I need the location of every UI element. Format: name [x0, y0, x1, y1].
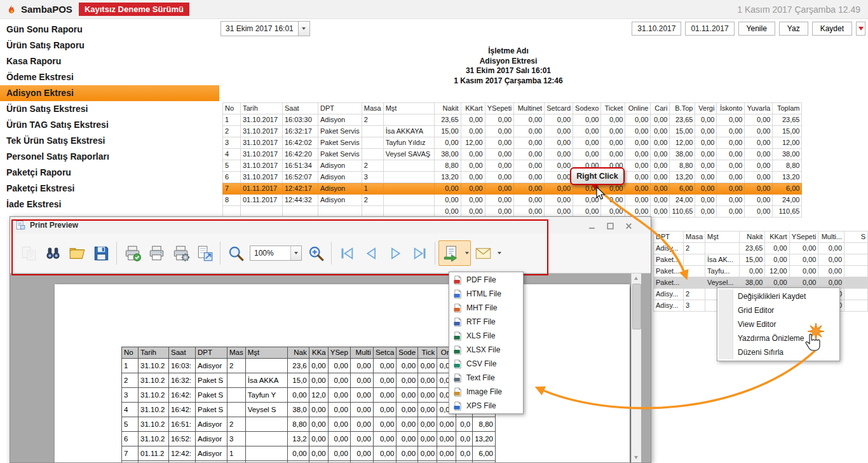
column-header[interactable]: Multinet: [514, 103, 545, 114]
export-menu-item[interactable]: RTF File: [450, 315, 522, 329]
table-cell[interactable]: 0,00: [514, 137, 545, 149]
export-menu-item[interactable]: XPS File: [450, 399, 522, 413]
table-cell[interactable]: 0,00: [514, 172, 545, 183]
column-header[interactable]: Tarih: [241, 103, 283, 114]
table-cell[interactable]: 0,00: [601, 114, 625, 126]
column-header[interactable]: Masa: [362, 103, 383, 114]
column-header[interactable]: Yuvarla: [745, 103, 773, 114]
table-cell[interactable]: 0,00: [651, 183, 670, 195]
table-cell[interactable]: 0,00: [434, 206, 461, 218]
table-cell[interactable]: Adisy...: [654, 243, 684, 254]
sidebar-item[interactable]: Tek Ürün Satış Ekstresi: [0, 133, 219, 149]
table-cell[interactable]: 2: [684, 289, 705, 300]
table-cell[interactable]: 0,00: [485, 206, 514, 218]
table-cell[interactable]: 0,00: [434, 137, 461, 149]
table-cell[interactable]: Paket Servis: [318, 137, 362, 149]
table-cell[interactable]: 13,20: [773, 172, 802, 183]
sidebar-item[interactable]: Paketçi Raporu: [0, 165, 219, 181]
column-header[interactable]: KKart: [461, 103, 485, 114]
table-cell[interactable]: 0,00: [695, 195, 717, 206]
table-cell[interactable]: 0,00: [545, 172, 573, 183]
table-row[interactable]: 331.10.201716:42:02Paket ServisTayfun Yı…: [223, 137, 802, 149]
table-cell[interactable]: 16:42:20: [283, 149, 318, 160]
table-cell[interactable]: 31.10.2017: [241, 137, 283, 149]
table-cell[interactable]: 38,00: [740, 277, 765, 289]
context-menu-item[interactable]: View Editor: [717, 317, 839, 331]
context-menu-item[interactable]: Düzeni Sıfırla: [717, 345, 839, 359]
table-cell[interactable]: 15,00: [434, 126, 461, 137]
table-cell[interactable]: Adisyon: [318, 183, 362, 195]
table-cell[interactable]: 0,00: [514, 206, 545, 218]
table-cell[interactable]: 0,00: [717, 114, 745, 126]
table-cell[interactable]: 0,00: [485, 172, 514, 183]
table-cell[interactable]: 0,00: [514, 114, 545, 126]
table-cell[interactable]: 0,00: [717, 137, 745, 149]
table-cell[interactable]: 16:52:07: [283, 172, 318, 183]
export-menu-item[interactable]: Image File: [450, 385, 522, 399]
sidebar-item[interactable]: Personel Satış Raporları: [0, 149, 219, 165]
table-cell[interactable]: [684, 254, 705, 266]
table-row[interactable]: Paket...Veysel...38,000,000,000,00: [654, 277, 868, 289]
table-cell[interactable]: 0,00: [651, 172, 670, 183]
chevron-down-icon[interactable]: [290, 246, 301, 260]
table-cell[interactable]: 0,00: [765, 277, 789, 289]
table-cell[interactable]: [223, 206, 241, 218]
table-cell[interactable]: 0,00: [717, 172, 745, 183]
save-dropdown-icon[interactable]: [856, 22, 865, 36]
export-menu-item[interactable]: Text File: [450, 371, 522, 385]
column-header[interactable]: Mşt: [383, 103, 434, 114]
end-date-field[interactable]: 01.11.2017: [685, 22, 734, 36]
table-cell[interactable]: 0,00: [818, 243, 844, 254]
column-header[interactable]: B.Top: [670, 103, 695, 114]
table-cell[interactable]: 0,00: [745, 114, 773, 126]
table-cell[interactable]: 0,00: [573, 206, 601, 218]
minimize-icon[interactable]: [588, 221, 596, 230]
table-cell[interactable]: [844, 277, 868, 289]
table-cell[interactable]: 0,00: [545, 160, 573, 172]
table-cell[interactable]: [241, 206, 283, 218]
table-cell[interactable]: 0,00: [545, 206, 573, 218]
table-cell[interactable]: Paket...: [654, 254, 684, 266]
column-header[interactable]: DPT: [318, 103, 362, 114]
table-cell[interactable]: 31.10.2017: [241, 172, 283, 183]
context-menu-item[interactable]: Değişiklikleri Kaydet: [717, 289, 839, 303]
table-cell[interactable]: [383, 160, 434, 172]
quick-print-button[interactable]: [144, 240, 168, 266]
table-cell[interactable]: 0,00: [745, 126, 773, 137]
table-cell[interactable]: 6: [223, 172, 241, 183]
table-cell[interactable]: 0,00: [545, 149, 573, 160]
sidebar-item[interactable]: Kasa Raporu: [0, 53, 219, 69]
column-header[interactable]: Saat: [283, 103, 318, 114]
table-cell[interactable]: 0,00: [601, 137, 625, 149]
table-cell[interactable]: 13,20: [434, 172, 461, 183]
table-cell[interactable]: 0,00: [695, 149, 717, 160]
table-cell[interactable]: 0,00: [651, 149, 670, 160]
table-cell[interactable]: 12,00: [765, 266, 789, 277]
table-cell[interactable]: [844, 266, 868, 277]
maximize-icon[interactable]: [606, 221, 614, 230]
table-cell[interactable]: 0,00: [818, 277, 844, 289]
table-cell[interactable]: Adisyon: [318, 114, 362, 126]
table-cell[interactable]: 16:03:30: [283, 114, 318, 126]
column-header[interactable]: Cari: [651, 103, 670, 114]
table-cell[interactable]: 0,00: [717, 183, 745, 195]
table-cell[interactable]: 0,00: [745, 137, 773, 149]
table-cell[interactable]: 31.10.2017: [241, 160, 283, 172]
table-cell[interactable]: 12:44:32: [283, 195, 318, 206]
table-cell[interactable]: 0,00: [625, 195, 651, 206]
table-cell[interactable]: 8: [223, 195, 241, 206]
table-cell[interactable]: [383, 195, 434, 206]
sidebar-item[interactable]: Paketçi Ekstresi: [0, 181, 219, 197]
table-cell[interactable]: 24,00: [773, 195, 802, 206]
table-cell[interactable]: Tayfun Yıldız: [383, 137, 434, 149]
table-cell[interactable]: 0,00: [745, 149, 773, 160]
save-floppy-button[interactable]: [89, 240, 113, 266]
table-cell[interactable]: 0,00: [514, 149, 545, 160]
table-cell[interactable]: Adisyon: [318, 160, 362, 172]
table-row[interactable]: Paket...İsa AK...15,000,000,000,00: [654, 254, 868, 266]
table-cell[interactable]: 0,00: [765, 243, 789, 254]
sidebar-item[interactable]: Ürün TAG Satış Ekstresi: [0, 117, 219, 133]
table-cell[interactable]: [383, 114, 434, 126]
page-setup-button[interactable]: [168, 240, 193, 266]
table-cell[interactable]: 24,00: [670, 195, 695, 206]
